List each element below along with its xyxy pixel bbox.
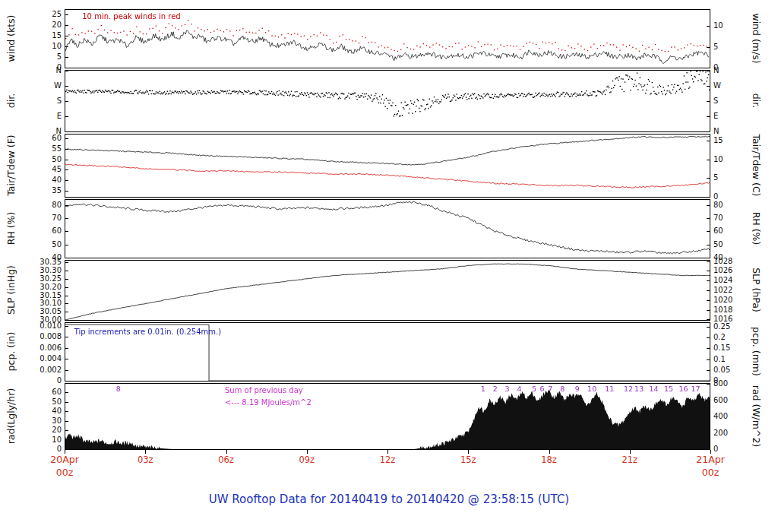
y-tick-right-temp: 10 — [713, 155, 748, 164]
x-tick-label: 03z — [130, 454, 160, 465]
y-tick-right-temp: 15 — [713, 136, 748, 145]
y-tick-right-dir: N — [713, 66, 748, 75]
y-axis-title-right-dir: dir. — [751, 70, 762, 132]
x-tick-label: 06z — [211, 454, 242, 465]
y-axis-title-left-pcp: pcp. (in) — [5, 322, 17, 382]
y-tick-right-slp: 1028 — [713, 257, 748, 266]
panel-rad — [65, 383, 710, 450]
y-tick-right-pcp: 0.05 — [713, 366, 748, 375]
marker-rad-13: 13 — [634, 385, 644, 393]
marker-rad-5: 5 — [532, 385, 536, 393]
y-tick-left-slp: 30.15 — [27, 291, 62, 300]
x-tick-mark — [630, 450, 631, 454]
x-tick-label: 15z — [453, 454, 483, 465]
y-axis-title-left-slp: SLP (inHg) — [5, 260, 17, 321]
y-axis-title-right-wind: wind (m/s) — [751, 9, 762, 68]
y-tick-left-slp: 30.10 — [27, 299, 62, 308]
y-axis-title-right-rh: RH (%) — [751, 199, 762, 258]
y-tick-left-pcp: 0.010 — [27, 321, 62, 331]
x-start-date: 20Apr — [40, 453, 89, 466]
y-tick-right-slp: 1026 — [713, 266, 748, 275]
y-tick-left-slp: 30.20 — [27, 283, 62, 292]
marker-rad-6: 6 — [540, 385, 545, 393]
y-tick-left-wind: 10 — [27, 42, 62, 51]
y-tick-left-slp: 30.25 — [27, 274, 62, 283]
x-axis-end-label: 21Apr 00z — [686, 453, 735, 479]
y-tick-right-rad: 800 — [713, 379, 748, 388]
x-tick-mark — [307, 450, 308, 454]
x-tick-label: 12z — [372, 454, 403, 465]
chart-title: UW Rooftop Data for 20140419 to 20140420… — [0, 492, 778, 506]
y-tick-right-slp: 1022 — [713, 286, 748, 295]
y-tick-right-rad: 600 — [713, 396, 748, 405]
y-tick-left-pcp: 0.002 — [27, 366, 62, 375]
y-tick-left-wind: 15 — [27, 31, 62, 40]
y-tick-left-rh: 80 — [27, 201, 62, 210]
marker-rad-16: 16 — [679, 385, 688, 393]
y-tick-left-rad: 10 — [27, 435, 62, 445]
y-tick-left-pcp: 0.004 — [27, 354, 62, 363]
marker-rad-8: 8 — [560, 385, 565, 393]
x-tick-mark — [226, 450, 227, 454]
y-tick-left-rad: 30 — [27, 416, 62, 426]
panel-dir — [65, 70, 710, 132]
y-tick-left-rad: 0 — [27, 445, 62, 454]
y-tick-left-pcp: 0 — [27, 376, 62, 385]
y-axis-title-right-slp: SLP (hPa) — [751, 260, 762, 321]
y-tick-left-temp: 60 — [27, 134, 62, 143]
y-tick-right-wind: 10 — [713, 21, 748, 30]
y-tick-right-slp: 1024 — [713, 276, 748, 285]
marker-rad-14: 14 — [650, 385, 659, 393]
y-tick-right-rad: 200 — [713, 429, 748, 438]
marker-rad-12: 12 — [624, 385, 633, 393]
panel-canvas-dir — [65, 71, 710, 131]
y-axis-title-left-dir: dir. — [5, 70, 17, 132]
y-tick-left-rad: 50 — [27, 397, 62, 407]
y-tick-left-slp: 30.05 — [27, 307, 62, 316]
y-tick-right-pcp: 0.2 — [713, 333, 748, 342]
marker-rad-10: 10 — [587, 385, 596, 393]
y-tick-right-dir: N — [713, 127, 748, 136]
panel-rh — [65, 199, 710, 258]
y-axis-title-right-rad: rad (W/m^2) — [751, 383, 762, 450]
y-tick-left-slp: 30.35 — [27, 258, 62, 267]
y-tick-right-rh: 80 — [713, 201, 748, 210]
y-axis-title-left-rad: rad(Lgly/hr) — [5, 383, 17, 450]
x-tick-label: 18z — [534, 454, 565, 465]
x-tick-mark — [549, 450, 550, 454]
y-tick-right-slp: 1018 — [713, 306, 748, 315]
y-tick-left-temp: 45 — [27, 165, 62, 174]
y-tick-left-rad: 60 — [27, 388, 62, 397]
panel-canvas-slp — [65, 261, 710, 320]
y-tick-right-rh: 50 — [713, 240, 748, 249]
y-tick-left-dir: W — [27, 81, 62, 90]
y-tick-left-rad: 20 — [27, 426, 62, 435]
y-tick-right-temp: 5 — [713, 173, 748, 182]
y-tick-left-temp: 35 — [27, 186, 62, 195]
marker-rad-17: 17 — [691, 385, 700, 393]
panel-canvas-temp — [65, 135, 710, 197]
y-tick-right-pcp: 0.1 — [713, 355, 748, 364]
y-axis-title-left-temp: Tair/Tdew (F) — [5, 134, 17, 198]
y-tick-right-rh: 70 — [713, 214, 748, 223]
panel-canvas-rh — [65, 200, 710, 258]
annotation-pcp-0: Tip increments are 0.01in. (0.254mm.) — [74, 328, 222, 336]
y-tick-right-dir: E — [713, 112, 748, 121]
x-tick-label: 21z — [615, 454, 645, 465]
y-tick-left-pcp: 0.006 — [27, 344, 62, 353]
marker-rad-4: 4 — [517, 385, 522, 393]
y-axis-title-left-wind: wind (kts) — [5, 9, 17, 68]
y-tick-left-slp: 30.30 — [27, 266, 62, 275]
y-tick-left-dir: E — [27, 112, 62, 121]
y-tick-left-pcp: 0.008 — [27, 332, 62, 341]
y-tick-right-rh: 60 — [713, 226, 748, 236]
y-tick-right-dir: S — [713, 97, 748, 106]
annotation-wind-0: 10 min. peak winds in red — [82, 12, 180, 21]
x-tick-mark — [710, 450, 711, 454]
y-axis-title-left-rh: RH (%) — [5, 199, 17, 258]
y-tick-right-slp: 1020 — [713, 296, 748, 305]
y-tick-left-rh: 60 — [27, 226, 62, 236]
y-tick-right-dir: W — [713, 81, 748, 90]
y-tick-right-pcp: 0.15 — [713, 344, 748, 353]
x-tick-mark — [387, 450, 388, 454]
